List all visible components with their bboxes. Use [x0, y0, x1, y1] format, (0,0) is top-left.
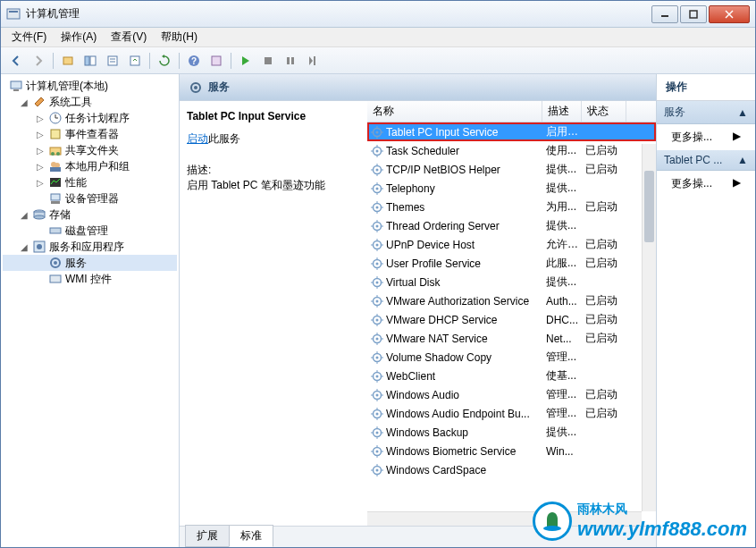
start-link[interactable]: 启动	[187, 132, 208, 145]
start-service-button[interactable]	[236, 51, 256, 71]
properties-button[interactable]	[103, 51, 122, 71]
tree-device-manager[interactable]: 设备管理器	[3, 190, 177, 207]
action-more-1[interactable]: 更多操... ▶	[657, 124, 755, 150]
service-row[interactable]: Task Scheduler使用...已启动	[367, 141, 656, 160]
service-row[interactable]: Windows Audio管理...已启动	[367, 385, 656, 404]
main-window: 计算机管理 文件(F) 操作(A) 查看(V) 帮助(H) ?	[0, 0, 756, 548]
service-row[interactable]: VMware Authorization ServiceAuth...已启动	[367, 291, 656, 310]
tools-icon	[32, 95, 46, 109]
app-icon	[6, 7, 21, 21]
up-button[interactable]	[58, 51, 78, 71]
menu-view[interactable]: 查看(V)	[104, 28, 154, 46]
horizontal-scrollbar[interactable]	[367, 511, 642, 526]
collapse-icon[interactable]: ◢	[19, 97, 29, 107]
service-row[interactable]: Themes为用...已启动	[367, 198, 656, 216]
tree-disk-management[interactable]: 磁盘管理	[3, 223, 177, 239]
service-row[interactable]: Telephony提供...	[367, 179, 656, 198]
tree-root[interactable]: 计算机管理(本地)	[3, 78, 177, 94]
forward-button[interactable]	[29, 51, 48, 71]
close-button[interactable]	[709, 5, 750, 23]
scrollbar-thumb[interactable]	[644, 171, 654, 242]
collapse-icon[interactable]: ◢	[19, 242, 29, 252]
vertical-scrollbar[interactable]	[642, 144, 656, 511]
action-more-2[interactable]: 更多操... ▶	[657, 171, 755, 197]
tree-task-scheduler[interactable]: ▷ 任务计划程序	[3, 110, 177, 126]
tabs-bottom: 扩展 标准	[180, 526, 656, 547]
svg-point-89	[376, 262, 379, 265]
service-row[interactable]: VMware NAT ServiceNet...已启动	[367, 329, 656, 348]
tree-storage[interactable]: ◢ 存储	[3, 207, 177, 223]
show-hide-tree-button[interactable]	[80, 51, 100, 71]
collapse-icon: ▲	[737, 154, 748, 166]
maximize-button[interactable]	[680, 5, 707, 23]
svg-rect-20	[11, 81, 21, 89]
menu-file[interactable]: 文件(F)	[4, 28, 54, 46]
back-button[interactable]	[6, 51, 26, 71]
service-row[interactable]: VMware DHCP ServiceDHC...已启动	[367, 310, 656, 329]
refresh-button[interactable]	[155, 51, 174, 71]
menu-help[interactable]: 帮助(H)	[154, 28, 205, 46]
service-row[interactable]: Virtual Disk提供...	[367, 273, 656, 291]
service-row[interactable]: TCP/IP NetBIOS Helper提供...已启动	[367, 160, 656, 179]
svg-point-113	[376, 337, 379, 340]
tree-local-users[interactable]: ▷ 本地用户和组	[3, 158, 177, 174]
tab-extended[interactable]: 扩展	[185, 525, 230, 547]
export-button[interactable]	[125, 51, 145, 71]
expand-icon[interactable]: ▷	[35, 178, 46, 188]
svg-rect-21	[13, 89, 19, 91]
service-row[interactable]: Windows Audio Endpoint Bu...管理...已启动	[367, 404, 656, 423]
start-service-line: 启动此服务	[187, 131, 360, 147]
tree-event-viewer[interactable]: ▷ 事件查看器	[3, 126, 177, 142]
menu-action[interactable]: 操作(A)	[54, 28, 104, 46]
service-row[interactable]: Windows CardSpace	[367, 460, 656, 479]
tab-standard[interactable]: 标准	[229, 525, 273, 547]
description-label: 描述:	[187, 163, 360, 178]
service-row[interactable]: Windows Biometric ServiceWin...	[367, 442, 656, 460]
gear-icon	[371, 351, 383, 364]
tree-panel[interactable]: 计算机管理(本地) ◢ 系统工具 ▷ 任务计划程序 ▷ 事件查看器 ▷ 共享文件…	[1, 74, 180, 547]
service-row[interactable]: WebClient使基...	[367, 367, 656, 385]
tree-wmi[interactable]: WMI 控件	[3, 271, 177, 287]
tree-services-apps[interactable]: ◢ 服务和应用程序	[3, 239, 177, 255]
collapse-icon[interactable]: ◢	[19, 210, 29, 220]
service-row[interactable]: Tablet PC Input Service启用 ...	[367, 122, 656, 141]
column-desc[interactable]: 描述	[542, 101, 582, 122]
column-name[interactable]: 名称	[367, 101, 542, 122]
service-row[interactable]: User Profile Service此服...已启动	[367, 254, 656, 273]
tree-label: 磁盘管理	[65, 223, 108, 239]
chevron-right-icon: ▶	[733, 130, 741, 145]
gear-icon	[371, 389, 383, 401]
tree-shared-folders[interactable]: ▷ 共享文件夹	[3, 142, 177, 158]
service-name: UPnP Device Host	[386, 239, 475, 251]
action-section-services[interactable]: 服务 ▲	[657, 101, 755, 124]
help-button[interactable]: ?	[184, 51, 204, 71]
pause-service-button[interactable]	[281, 51, 300, 71]
expand-icon[interactable]: ▷	[35, 114, 46, 123]
service-state: 已启动	[582, 256, 626, 271]
service-name: User Profile Service	[386, 257, 481, 270]
service-row[interactable]: Volume Shadow Copy管理...	[367, 348, 656, 367]
users-icon	[48, 159, 63, 173]
list-body[interactable]: Tablet PC Input Service启用 ...Task Schedu…	[367, 122, 656, 479]
action-section-selected[interactable]: Tablet PC ... ▲	[657, 150, 755, 171]
service-row[interactable]: Windows Backup提供...	[367, 423, 656, 442]
tree-services[interactable]: 服务	[3, 255, 177, 271]
tree-system-tools[interactable]: ◢ 系统工具	[3, 94, 177, 110]
service-row[interactable]: Thread Ordering Server提供...	[367, 216, 656, 235]
expand-icon[interactable]: ▷	[35, 162, 46, 172]
expand-icon[interactable]: ▷	[35, 146, 46, 156]
service-row[interactable]: UPnP Device Host允许 ...已启动	[367, 235, 656, 254]
minimize-button[interactable]	[651, 5, 678, 23]
svg-rect-3	[690, 11, 697, 18]
service-desc: 为用...	[542, 199, 582, 215]
service-desc: 此服...	[542, 256, 582, 271]
svg-rect-38	[50, 228, 61, 233]
tree-performance[interactable]: ▷ 性能	[3, 174, 177, 190]
stop-service-button[interactable]	[258, 51, 278, 71]
restart-service-button[interactable]	[303, 51, 323, 71]
filter-button[interactable]	[206, 51, 226, 71]
gear-icon	[371, 201, 383, 214]
tree-label: 系统工具	[49, 95, 92, 110]
expand-icon[interactable]: ▷	[35, 130, 46, 139]
column-state[interactable]: 状态	[582, 101, 626, 122]
